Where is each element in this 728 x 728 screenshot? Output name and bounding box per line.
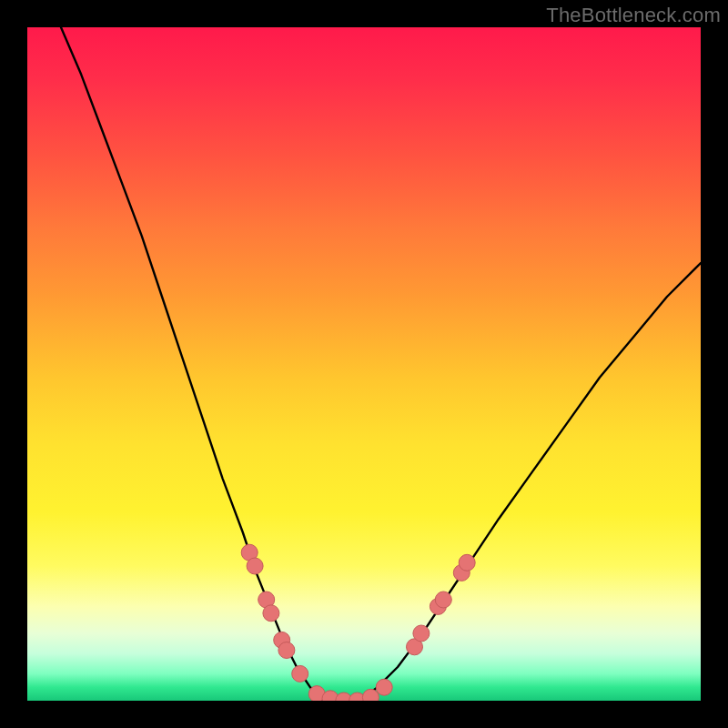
curve-marker [376,679,392,695]
curve-marker [435,592,451,608]
curve-marker [459,554,475,571]
chart-frame: TheBottleneck.com [0,0,728,728]
curve-marker [263,605,279,622]
plot-area [27,27,701,701]
bottleneck-curve-path [61,27,701,701]
bottleneck-curve [61,27,701,701]
curve-marker [292,665,308,682]
watermark-text: TheBottleneck.com [546,4,721,27]
curve-marker [278,642,295,659]
curve-marker [247,558,263,574]
curve-layer [27,27,701,701]
curve-marker [413,625,430,642]
